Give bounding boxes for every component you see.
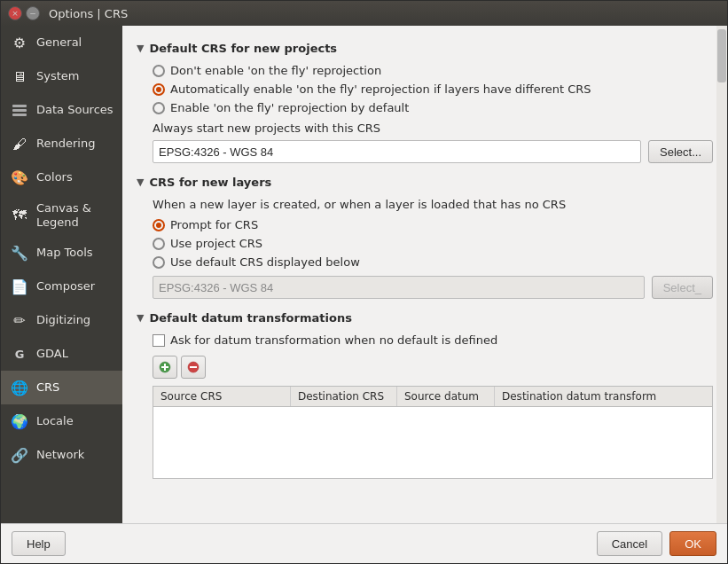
sidebar-item-digitizing[interactable]: ✏ Digitizing <box>1 303 122 337</box>
datum-table-body <box>153 407 712 478</box>
map-tools-icon: 🔧 <box>10 243 29 262</box>
sidebar-item-canvas-legend[interactable]: 🗺 Canvas &Legend <box>1 194 122 236</box>
radio-no-fly[interactable]: Don't enable 'on the fly' reprojection <box>153 64 713 77</box>
section2-body: When a new layer is created, or when a l… <box>153 198 713 299</box>
sidebar-item-rendering[interactable]: 🖌 Rendering <box>1 127 122 161</box>
section2-crs-row: Select_ <box>153 276 713 299</box>
radio-auto-fly-label: Automatically enable 'on the fly' reproj… <box>170 82 591 96</box>
radio-prompt-crs-circle <box>153 219 165 231</box>
datum-action-buttons <box>153 356 713 379</box>
section2-arrow: ▼ <box>137 176 144 188</box>
radio-no-fly-circle <box>153 65 165 77</box>
section1-crs-input[interactable] <box>153 140 641 163</box>
radio-use-default[interactable]: Use default CRS displayed below <box>153 255 713 269</box>
sidebar-item-general[interactable]: ⚙ General <box>1 26 122 59</box>
general-icon: ⚙ <box>10 33 29 52</box>
radio-auto-fly[interactable]: Automatically enable 'on the fly' reproj… <box>153 82 713 96</box>
always-start-label: Always start new projects with this CRS <box>153 121 713 135</box>
section1-body: Don't enable 'on the fly' reprojection A… <box>153 64 713 163</box>
main-layout: ⚙ General 🖥 System Data Sources 🖌 <box>1 26 727 523</box>
sidebar-item-colors[interactable]: 🎨 Colors <box>1 161 122 194</box>
section3-header: ▼ Default datum transformations <box>137 311 713 325</box>
section2-select-button[interactable]: Select_ <box>652 276 713 299</box>
scrollbar-track[interactable] <box>716 26 727 523</box>
section2-crs-input <box>153 276 645 299</box>
col-source-datum: Source datum <box>397 387 495 406</box>
col-source-crs: Source CRS <box>153 387 291 406</box>
sidebar-item-locale[interactable]: 🌍 Locale <box>1 404 122 438</box>
radio-prompt-crs-label: Prompt for CRS <box>170 218 258 231</box>
close-button[interactable]: × <box>8 6 22 20</box>
sidebar-item-crs[interactable]: 🌐 CRS <box>1 371 122 404</box>
footer-right: Cancel OK <box>597 531 716 556</box>
col-destination-crs: Destination CRS <box>291 387 397 406</box>
radio-no-fly-label: Don't enable 'on the fly' reprojection <box>170 64 381 77</box>
datum-checkbox-label: Ask for datum transformation when no def… <box>170 333 497 347</box>
datum-checkbox[interactable] <box>153 334 165 347</box>
sidebar-item-gdal[interactable]: G GDAL <box>1 337 122 371</box>
section1-arrow: ▼ <box>137 43 144 54</box>
radio-auto-fly-circle <box>153 83 165 96</box>
composer-icon: 📄 <box>10 277 29 296</box>
main-window: × − Options | CRS ⚙ General 🖥 System <box>0 0 728 564</box>
svg-rect-1 <box>12 109 27 112</box>
section3-arrow: ▼ <box>137 312 144 324</box>
svg-rect-7 <box>190 366 197 368</box>
footer-left: Help <box>12 531 66 556</box>
sidebar-item-data-sources[interactable]: Data Sources <box>1 93 122 127</box>
data-sources-icon <box>10 100 29 120</box>
sidebar-label-canvas-legend: Canvas &Legend <box>36 201 91 229</box>
radio-prompt-crs[interactable]: Prompt for CRS <box>153 218 713 231</box>
system-icon: 🖥 <box>10 67 29 86</box>
crs-icon: 🌐 <box>10 378 29 397</box>
content-area: ▼ Default CRS for new projects Don't ena… <box>122 26 727 523</box>
minimize-button[interactable]: − <box>26 6 40 20</box>
sidebar-item-composer[interactable]: 📄 Composer <box>1 270 122 303</box>
sidebar-label-system: System <box>36 69 79 83</box>
network-icon: 🔗 <box>10 445 29 465</box>
cancel-button[interactable]: Cancel <box>597 531 662 556</box>
section1-title: Default CRS for new projects <box>149 42 337 55</box>
section3-body: Ask for datum transformation when no def… <box>153 333 713 479</box>
colors-icon: 🎨 <box>10 168 29 187</box>
sidebar-label-locale: Locale <box>36 414 74 428</box>
section2-header: ▼ CRS for new layers <box>137 176 713 189</box>
add-datum-button[interactable] <box>153 356 177 379</box>
gdal-icon: G <box>10 344 29 364</box>
section1-header: ▼ Default CRS for new projects <box>137 42 713 55</box>
section3-title: Default datum transformations <box>149 311 351 325</box>
rendering-icon: 🖌 <box>10 134 29 153</box>
radio-prompt-crs-dot <box>156 223 161 228</box>
radio-auto-fly-dot <box>156 87 161 92</box>
sidebar-item-system[interactable]: 🖥 System <box>1 59 122 93</box>
sidebar: ⚙ General 🖥 System Data Sources 🖌 <box>1 26 122 523</box>
scrollbar-thumb[interactable] <box>717 29 726 82</box>
sidebar-label-crs: CRS <box>36 380 59 395</box>
radio-use-project[interactable]: Use project CRS <box>153 237 713 250</box>
datum-table: Source CRS Destination CRS Source datum … <box>153 386 713 479</box>
sidebar-label-map-tools: Map Tools <box>36 246 93 260</box>
datum-checkbox-item[interactable]: Ask for datum transformation when no def… <box>153 333 713 347</box>
ok-button[interactable]: OK <box>669 531 716 556</box>
section2-description: When a new layer is created, or when a l… <box>153 198 713 211</box>
radio-enable-fly[interactable]: Enable 'on the fly' reprojection by defa… <box>153 101 713 114</box>
radio-use-default-circle <box>153 256 165 269</box>
remove-datum-button[interactable] <box>181 356 206 379</box>
section1-select-button[interactable]: Select... <box>648 140 713 163</box>
window-title: Options | CRS <box>49 7 128 20</box>
window-controls: × − <box>8 6 40 20</box>
sidebar-label-gdal: GDAL <box>36 347 68 361</box>
sidebar-label-digitizing: Digitizing <box>36 313 90 327</box>
sidebar-label-rendering: Rendering <box>36 137 95 151</box>
radio-use-default-label: Use default CRS displayed below <box>170 255 360 269</box>
sidebar-item-network[interactable]: 🔗 Network <box>1 438 122 472</box>
help-button[interactable]: Help <box>12 531 66 556</box>
digitizing-icon: ✏ <box>10 310 29 330</box>
locale-icon: 🌍 <box>10 411 29 431</box>
radio-enable-fly-label: Enable 'on the fly' reprojection by defa… <box>170 101 409 114</box>
section1-crs-row: Select... <box>153 140 713 163</box>
canvas-legend-icon: 🗺 <box>10 206 29 225</box>
sidebar-item-map-tools[interactable]: 🔧 Map Tools <box>1 236 122 270</box>
section2-radio-group: Prompt for CRS Use project CRS Use defau… <box>153 218 713 269</box>
sidebar-label-composer: Composer <box>36 279 95 294</box>
